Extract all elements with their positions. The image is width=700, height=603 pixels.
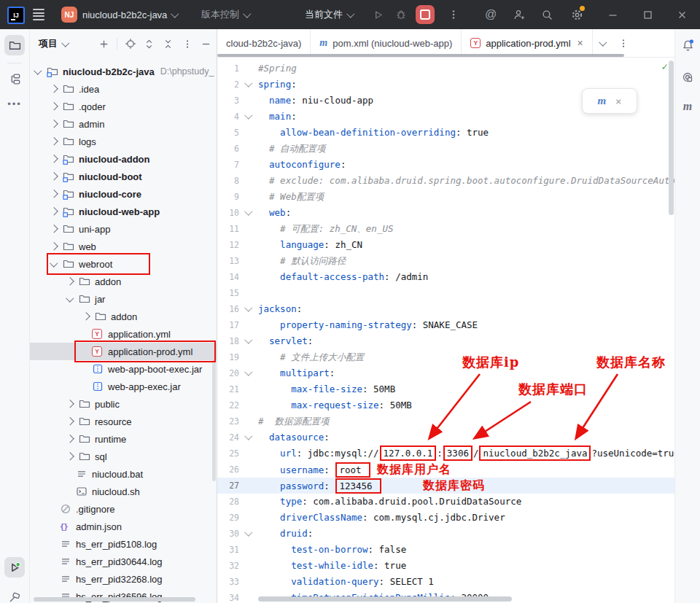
fold-chevron-icon[interactable]: [239, 526, 258, 542]
tree-item-runtime[interactable]: runtime: [29, 430, 217, 448]
chevron-right-icon[interactable]: [67, 454, 79, 459]
code-line-21[interactable]: 21 max-file-size: 50MB: [217, 381, 675, 397]
tree-item-application-yml[interactable]: Yapplication.yml: [29, 325, 217, 343]
code-line-7[interactable]: 7 autoconfigure:: [217, 157, 675, 173]
settings-gear-icon[interactable]: [569, 7, 584, 22]
editor-tab-cloud-b2b2c-java-[interactable]: cloud-b2b2c-java): [217, 29, 311, 57]
code-line-13[interactable]: 13 # 默认访问路径: [217, 253, 675, 269]
code-line-31[interactable]: 31 test-on-borrow: false: [217, 542, 675, 558]
run-config-selector[interactable]: 当前文件: [305, 7, 354, 23]
expand-all-icon[interactable]: [143, 38, 155, 50]
chevron-down-icon[interactable]: [67, 297, 79, 301]
tree-item-niucloud-boot[interactable]: niucloud-boot: [29, 168, 217, 185]
tree-item-admin[interactable]: admin: [29, 115, 217, 133]
chevron-right-icon[interactable]: [51, 191, 63, 197]
chevron-right-icon[interactable]: [51, 244, 63, 249]
tree-item-niucloud-web-app[interactable]: niucloud-web-app: [29, 203, 217, 220]
tree-item-niucloud-core[interactable]: niucloud-core: [29, 185, 217, 203]
fold-chevron-icon[interactable]: [239, 205, 258, 221]
code-line-26[interactable]: 26 username: root 数据库用户名: [217, 462, 675, 478]
hide-panel-icon[interactable]: [200, 38, 212, 50]
code-line-9[interactable]: 9 # Web配置项: [217, 189, 675, 205]
chevron-right-icon[interactable]: [51, 174, 63, 179]
plus-icon[interactable]: [98, 38, 110, 50]
fold-chevron-icon[interactable]: [239, 77, 258, 93]
tree-item-public[interactable]: public: [29, 395, 217, 413]
fold-chevron-icon[interactable]: [239, 109, 258, 125]
tree-item-web-app-boot-exec-jar[interactable]: web-app-boot-exec.jar: [29, 360, 217, 378]
notifications-bell-icon[interactable]: [680, 38, 695, 52]
minimize-icon[interactable]: [605, 7, 620, 22]
tree-item-addon[interactable]: addon: [29, 273, 217, 290]
tree-item-niucloud-addon[interactable]: niucloud-addon: [29, 150, 217, 168]
editor-horizontal-scrollbar[interactable]: [258, 596, 512, 602]
chevron-down-icon[interactable]: [51, 262, 63, 266]
fold-chevron-icon[interactable]: [239, 429, 258, 446]
panel-vertical-scrollbar[interactable]: [212, 357, 216, 481]
code-line-19[interactable]: 19 # 文件上传大小配置: [217, 349, 675, 365]
tree-item-hs-err-pid5108-log[interactable]: hs_err_pid5108.log: [29, 535, 217, 553]
editor-vertical-scrollbar[interactable]: [669, 61, 674, 215]
code-line-8[interactable]: 8 # exclude: com.alibaba.druid.spring.bo…: [217, 173, 675, 189]
more-actions-kebab-icon[interactable]: [446, 7, 461, 22]
structure-tool-button[interactable]: [4, 69, 25, 89]
chevron-right-icon[interactable]: [51, 139, 63, 144]
project-tool-button[interactable]: [4, 35, 25, 55]
code-line-15[interactable]: 15: [217, 285, 675, 301]
run-icon[interactable]: [370, 7, 385, 22]
code-line-17[interactable]: 17 property-naming-strategy: SNAKE_CASE: [217, 317, 675, 333]
code-line-11[interactable]: 11 # 可配置: zh_CN、en_US: [217, 221, 675, 237]
tree-item--gitignore[interactable]: .gitignore: [29, 500, 217, 518]
tab-options-kebab-icon[interactable]: [613, 29, 634, 57]
chevron-right-icon[interactable]: [67, 436, 79, 442]
tree-item-web-app-exec-jar[interactable]: web-app-exec.jar: [29, 378, 217, 395]
close-tab-icon[interactable]: ×: [578, 37, 583, 49]
stop-button[interactable]: [416, 5, 435, 24]
tree-item-web[interactable]: web: [29, 238, 217, 255]
code-line-1[interactable]: 1#Spring: [217, 61, 675, 77]
chevron-right-icon[interactable]: [51, 104, 63, 109]
code-line-14[interactable]: 14 default-access-path: /admin: [217, 269, 675, 285]
ide-logo-icon[interactable]: IJ: [7, 7, 25, 24]
code-line-29[interactable]: 29 driverClassName: com.mysql.cj.jdbc.Dr…: [217, 510, 675, 526]
chevron-right-icon[interactable]: [51, 226, 63, 232]
tree-item-logs[interactable]: logs: [29, 133, 217, 150]
maven-tool-icon[interactable]: m: [680, 99, 695, 114]
code-line-12[interactable]: 12 language: zh_CN: [217, 237, 675, 253]
vcs-widget[interactable]: 版本控制: [201, 7, 250, 23]
editor-tab-pom-xml-niucloud-web-app-[interactable]: mpom.xml (niucloud-web-app): [311, 29, 462, 57]
close-window-icon[interactable]: [674, 7, 689, 22]
add-user-icon[interactable]: [512, 7, 526, 22]
main-menu-icon[interactable]: [33, 9, 44, 22]
project-selector[interactable]: niucloud-b2b2c-java: [82, 7, 178, 23]
fold-chevron-icon[interactable]: [239, 365, 258, 381]
code-line-18[interactable]: 18 servlet:: [217, 333, 675, 349]
services-tool-button[interactable]: [4, 557, 25, 577]
code-editor[interactable]: ✓ m × 数据库ip 数据库端口 数据库名称: [217, 58, 675, 603]
chevron-right-icon[interactable]: [83, 314, 95, 319]
tree-item-uni-app[interactable]: uni-app: [29, 220, 217, 238]
code-line-24[interactable]: 24 datasource:: [217, 429, 675, 446]
chevron-right-icon[interactable]: [51, 121, 63, 127]
chevron-right-icon[interactable]: [67, 401, 79, 407]
tree-item-niucloud-sh[interactable]: niucloud.sh: [29, 483, 217, 500]
tree-item-jar[interactable]: jar: [29, 290, 217, 308]
code-line-25[interactable]: 25 url: jdbc:mysql://127.0.0.1:3306/niuc…: [217, 446, 675, 462]
locate-file-icon[interactable]: [124, 38, 136, 50]
chevron-down-icon[interactable]: [35, 70, 47, 74]
tree-item-hs-err-pid30644-log[interactable]: hs_err_pid30644.log: [29, 553, 217, 570]
tree-item-admin-json[interactable]: {}admin.json: [29, 518, 217, 535]
code-line-27[interactable]: 27 password: 123456 数据库密码: [217, 478, 675, 494]
code-line-16[interactable]: 16jackson:: [217, 301, 675, 317]
search-icon[interactable]: [540, 7, 554, 22]
tree-item-application-prod-yml[interactable]: Yapplication-prod.yml: [29, 343, 217, 360]
tree-item-hs-err-pid32268-log[interactable]: hs_err_pid32268.log: [29, 570, 217, 588]
tab-list-chevron-icon[interactable]: [593, 29, 613, 57]
fold-chevron-icon[interactable]: [239, 333, 258, 349]
tree-item-sql[interactable]: sql: [29, 448, 217, 465]
tree-item-webroot[interactable]: webroot: [29, 255, 217, 273]
code-line-10[interactable]: 10 web:: [217, 205, 675, 221]
tab-scrollbar[interactable]: [217, 54, 624, 57]
chevron-right-icon[interactable]: [67, 279, 79, 284]
tree-item-niucloud-bat[interactable]: niucloud.bat: [29, 465, 217, 483]
